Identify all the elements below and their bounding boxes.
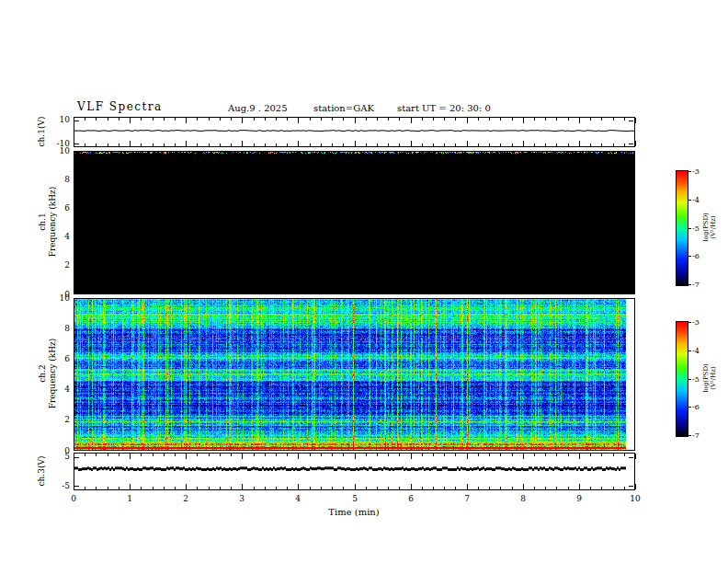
x-minor-tick [624,118,625,121]
x-minor-tick [310,487,311,489]
x-major-tick [74,484,74,489]
y-tick-mark [629,144,633,144]
x-tick-label: 9 [570,494,588,504]
x-major-tick [298,484,299,489]
panel-ch1-spectrogram [74,151,635,294]
x-major-tick [579,454,580,459]
x-minor-tick [444,487,445,489]
x-minor-tick [332,144,333,146]
x-minor-tick [197,144,198,146]
x-minor-tick [108,118,108,121]
x-minor-tick [276,454,277,456]
x-minor-tick [366,487,367,489]
x-minor-tick [119,118,119,121]
x-minor-tick [601,454,602,456]
x-minor-tick [119,144,119,146]
x-minor-tick [175,144,176,146]
time-axis-label: Time (min) [328,507,379,517]
x-major-tick [467,118,468,123]
x-minor-tick [624,144,625,146]
x-major-tick [130,141,131,146]
x-major-tick [523,484,524,489]
x-minor-tick [545,454,546,456]
x-minor-tick [141,118,142,121]
x-minor-tick [209,454,210,456]
x-minor-tick [231,118,232,121]
ch2-spectrogram-canvas [74,299,634,450]
x-minor-tick [545,118,546,121]
y-tick-label: 10 [46,293,70,304]
x-minor-tick [624,487,625,489]
x-minor-tick [108,487,108,489]
ch2-frequency-axis-label: ch.2 Frequency (kHz) [38,339,58,409]
panel-ch2-spectrogram [74,298,635,451]
colorbar-ch2 [676,321,688,437]
x-minor-tick [220,144,221,146]
x-minor-tick [108,144,108,146]
colorbar-tick-mark [688,379,691,380]
x-major-tick [579,484,580,489]
x-minor-tick [265,118,266,121]
x-major-tick [242,118,243,123]
y-tick-label: 10 [46,146,70,156]
x-minor-tick [321,118,322,121]
y-tick-label: 6 [46,354,70,364]
x-minor-tick [478,118,479,121]
colorbar-tick-mark [688,322,691,323]
x-minor-tick [141,144,142,146]
ch1-voltage-axis-label: ch.1(V) [37,117,47,147]
x-minor-tick [377,118,378,121]
x-major-tick [242,454,243,459]
x-minor-tick [287,118,288,121]
x-minor-tick [175,454,176,456]
y-tick-mark [74,144,79,144]
x-minor-tick [489,118,490,121]
ch1-spectrogram-canvas [74,152,634,293]
x-minor-tick [444,144,445,146]
colorbar-ch1 [676,170,688,286]
x-major-tick [186,141,187,146]
x-minor-tick [478,487,479,489]
x-major-tick [130,454,131,459]
x-minor-tick [512,454,513,456]
colorbar-tick-label: -6 [692,403,700,411]
x-minor-tick [254,144,255,146]
x-minor-tick [332,454,333,456]
x-minor-tick [545,144,546,146]
x-minor-tick [455,144,456,146]
x-minor-tick [568,118,569,121]
x-major-tick [467,484,468,489]
x-minor-tick [388,487,389,489]
ch1-frequency-axis-label: ch.1 Frequency (kHz) [38,187,58,258]
x-minor-tick [197,487,198,489]
x-minor-tick [568,487,569,489]
x-minor-tick [321,454,322,456]
x-major-tick [579,141,580,146]
x-minor-tick [478,454,479,456]
x-minor-tick [377,144,378,146]
x-minor-tick [141,487,142,489]
colorbar-tick-label: -7 [692,281,700,289]
x-minor-tick [399,144,400,146]
x-major-tick [130,118,131,123]
x-major-tick [242,141,243,146]
x-minor-tick [613,118,614,121]
x-minor-tick [164,487,165,489]
x-minor-tick [590,454,591,456]
x-major-tick [579,118,580,123]
x-tick-label: 2 [176,494,195,504]
y-tick-mark [74,486,79,487]
x-minor-tick [164,118,165,121]
y-tick-label: -5 [46,481,70,491]
x-major-tick [355,118,356,123]
x-minor-tick [556,118,557,121]
x-major-tick [411,484,412,489]
x-minor-tick [164,454,165,456]
x-tick-label: 3 [233,494,251,504]
x-minor-tick [478,144,479,146]
x-minor-tick [388,454,389,456]
x-minor-tick [321,144,322,146]
x-minor-tick [556,454,557,456]
x-minor-tick [96,144,97,146]
x-minor-tick [85,487,85,489]
